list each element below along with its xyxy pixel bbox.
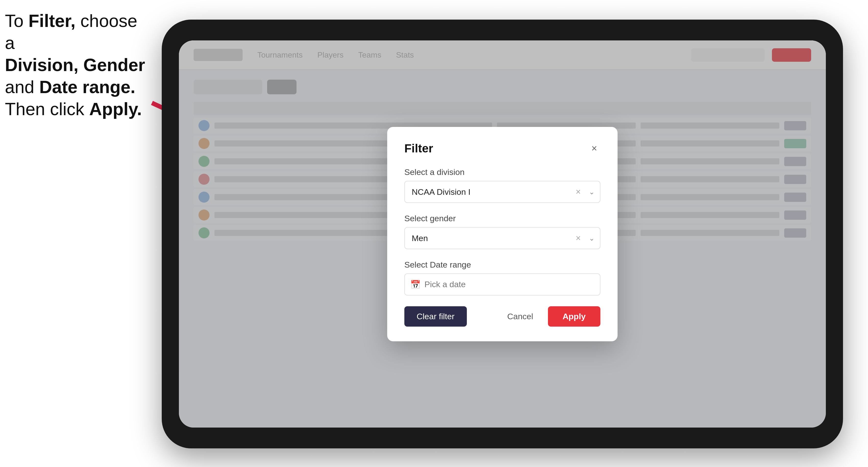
tablet-frame: Tournaments Players Teams Stats	[162, 20, 843, 448]
modal-title: Filter	[404, 142, 433, 155]
apply-button[interactable]: Apply	[548, 306, 600, 326]
division-clear-button[interactable]: ×	[576, 187, 581, 197]
date-label: Select Date range	[404, 260, 600, 270]
modal-close-button[interactable]: ×	[588, 142, 600, 154]
division-label: Select a division	[404, 167, 600, 177]
gender-label: Select gender	[404, 214, 600, 223]
cancel-button[interactable]: Cancel	[500, 306, 540, 326]
date-form-group: Select Date range 📅	[404, 260, 600, 295]
modal-header: Filter ×	[404, 142, 600, 155]
date-range-input[interactable]	[404, 274, 600, 295]
clear-filter-button[interactable]: Clear filter	[404, 306, 467, 326]
date-input-wrapper: 📅	[404, 274, 600, 295]
division-select[interactable]: NCAA Division I NCAA Division II NCAA Di…	[404, 181, 600, 203]
gender-form-group: Select gender Men Women Co-ed × ⌄	[404, 214, 600, 249]
filter-modal: Filter × Select a division NCAA Division…	[387, 127, 618, 341]
gender-select-wrapper: Men Women Co-ed × ⌄	[404, 227, 600, 249]
modal-footer: Clear filter Cancel Apply	[404, 306, 600, 326]
gender-select[interactable]: Men Women Co-ed	[404, 227, 600, 249]
calendar-icon: 📅	[410, 280, 421, 289]
division-select-wrapper: NCAA Division I NCAA Division II NCAA Di…	[404, 181, 600, 203]
modal-overlay: Filter × Select a division NCAA Division…	[179, 40, 826, 428]
modal-footer-actions: Cancel Apply	[500, 306, 600, 326]
division-form-group: Select a division NCAA Division I NCAA D…	[404, 167, 600, 203]
tablet-screen: Tournaments Players Teams Stats	[179, 40, 826, 428]
instruction-text: To Filter, choose a Division, Gender and…	[5, 10, 147, 120]
gender-clear-button[interactable]: ×	[576, 233, 581, 243]
